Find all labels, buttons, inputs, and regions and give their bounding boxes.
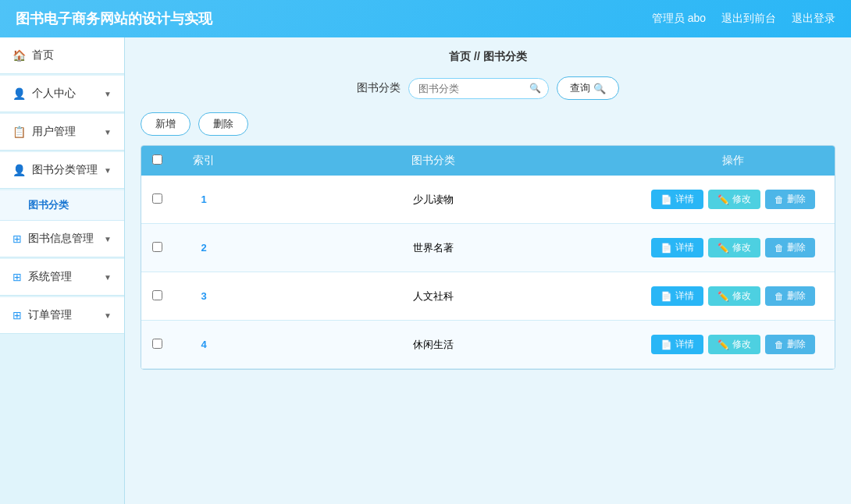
edit-icon: ✏️ <box>717 339 729 350</box>
modify-button[interactable]: ✏️ 修改 <box>708 190 760 209</box>
book-category-table: 索引 图书分类 操作 1 少儿读物 📄 详情 <box>141 145 835 370</box>
chevron-down-icon: ▼ <box>104 311 112 320</box>
delete-icon: 🗑 <box>774 291 784 302</box>
delete-button[interactable]: 🗑 删除 <box>765 335 815 354</box>
sidebar-item-home[interactable]: 🏠 首页 <box>0 37 124 74</box>
detail-button[interactable]: 📄 详情 <box>651 335 703 354</box>
td-actions: 📄 详情 ✏️ 修改 🗑 删除 <box>632 321 835 369</box>
table-row: 2 世界名著 📄 详情 ✏️ 修改 🗑 删除 <box>141 224 835 272</box>
user-mgmt-icon: 📋 <box>12 126 26 138</box>
search-icon: 🔍 <box>529 83 541 94</box>
table-row: 1 少儿读物 📄 详情 ✏️ 修改 🗑 删除 <box>141 176 835 224</box>
edit-icon: ✏️ <box>717 194 729 205</box>
td-checkbox <box>141 321 173 369</box>
sidebar: 🏠 首页 👤 个人中心 ▼ 📋 用户管理 ▼ 👤 图书分类管理 ▼ <box>0 37 125 504</box>
td-index: 1 <box>173 176 235 224</box>
delete-button[interactable]: 🗑 删除 <box>765 238 815 257</box>
header: 图书电子商务网站的设计与实现 管理员 abo 退出到前台 退出登录 <box>0 0 851 37</box>
search-input[interactable] <box>408 78 549 99</box>
detail-icon: 📄 <box>661 291 672 302</box>
td-index: 2 <box>173 224 235 272</box>
modify-button[interactable]: ✏️ 修改 <box>708 286 760 306</box>
td-category: 少儿读物 <box>235 176 632 224</box>
td-category: 人文社科 <box>235 272 632 321</box>
td-category: 休闲生活 <box>235 321 632 369</box>
th-index: 索引 <box>173 146 235 176</box>
detail-button[interactable]: 📄 详情 <box>651 286 703 306</box>
book-category-icon: 👤 <box>12 164 26 176</box>
query-icon: 🔍 <box>593 83 606 94</box>
row-checkbox[interactable] <box>152 339 162 349</box>
sidebar-item-label: 个人中心 <box>32 87 76 101</box>
chevron-down-icon: ▼ <box>104 166 112 175</box>
modify-button[interactable]: ✏️ 修改 <box>708 238 760 257</box>
sidebar-item-book-category-mgmt[interactable]: 👤 图书分类管理 ▼ <box>0 152 124 189</box>
sidebar-item-profile[interactable]: 👤 个人中心 ▼ <box>0 76 124 112</box>
sidebar-item-user-mgmt[interactable]: 📋 用户管理 ▼ <box>0 114 124 151</box>
sidebar-item-book-info-mgmt[interactable]: ⊞ 图书信息管理 ▼ <box>0 221 124 257</box>
chevron-down-icon: ▼ <box>104 90 112 98</box>
sidebar-item-label: 系统管理 <box>28 270 72 284</box>
td-index: 4 <box>173 321 235 369</box>
edit-icon: ✏️ <box>717 243 729 254</box>
delete-icon: 🗑 <box>774 243 784 254</box>
td-actions: 📄 详情 ✏️ 修改 🗑 删除 <box>632 272 835 321</box>
chevron-down-icon: ▼ <box>104 235 112 243</box>
delete-button[interactable]: 🗑 删除 <box>765 286 815 306</box>
home-icon: 🏠 <box>12 49 26 62</box>
sidebar-item-label: 订单管理 <box>28 308 72 322</box>
th-category: 图书分类 <box>235 146 632 176</box>
sidebar-item-label: 图书信息管理 <box>28 232 94 246</box>
action-bar: 新增 删除 <box>141 112 835 136</box>
sidebar-item-label: 图书分类管理 <box>32 163 98 177</box>
td-category: 世界名著 <box>235 224 632 272</box>
td-actions: 📄 详情 ✏️ 修改 🗑 删除 <box>632 224 835 272</box>
header-nav: 管理员 abo 退出到前台 退出登录 <box>652 12 835 26</box>
search-label: 图书分类 <box>357 81 401 95</box>
detail-icon: 📄 <box>661 339 672 350</box>
detail-icon: 📄 <box>661 194 672 205</box>
detail-icon: 📄 <box>661 243 672 254</box>
detail-button[interactable]: 📄 详情 <box>651 238 703 257</box>
row-checkbox[interactable] <box>152 193 162 204</box>
row-checkbox[interactable] <box>152 242 162 252</box>
search-bar: 图书分类 🔍 查询 🔍 <box>141 76 835 100</box>
td-checkbox <box>141 176 173 224</box>
modify-button[interactable]: ✏️ 修改 <box>708 335 760 354</box>
sidebar-item-book-category[interactable]: 图书分类 <box>0 190 124 221</box>
th-actions: 操作 <box>632 146 835 176</box>
chevron-down-icon: ▼ <box>104 273 112 282</box>
td-checkbox <box>141 272 173 321</box>
table-row: 4 休闲生活 📄 详情 ✏️ 修改 🗑 删除 <box>141 321 835 369</box>
add-button[interactable]: 新增 <box>141 112 190 136</box>
search-input-wrap: 🔍 <box>408 78 549 99</box>
row-checkbox[interactable] <box>152 290 162 300</box>
breadcrumb: 首页 // 图书分类 <box>141 50 835 64</box>
sidebar-item-label: 首页 <box>32 48 54 62</box>
td-index: 3 <box>173 272 235 321</box>
th-checkbox <box>141 146 173 176</box>
select-all-checkbox[interactable] <box>152 154 162 165</box>
sidebar-item-order-mgmt[interactable]: ⊞ 订单管理 ▼ <box>0 297 124 334</box>
chevron-down-icon: ▼ <box>104 128 112 137</box>
admin-label: 管理员 abo <box>652 12 706 26</box>
delete-icon: 🗑 <box>774 339 784 350</box>
delete-button[interactable]: 🗑 删除 <box>765 190 815 209</box>
search-button[interactable]: 查询 🔍 <box>557 76 619 100</box>
order-mgmt-icon: ⊞ <box>12 309 22 321</box>
td-actions: 📄 详情 ✏️ 修改 🗑 删除 <box>632 176 835 224</box>
back-to-front-link[interactable]: 退出到前台 <box>721 12 776 26</box>
batch-delete-button[interactable]: 删除 <box>198 112 248 136</box>
main-content: 首页 // 图书分类 图书分类 🔍 查询 🔍 新增 删除 <box>125 37 851 504</box>
sidebar-item-label: 用户管理 <box>32 125 76 139</box>
delete-icon: 🗑 <box>774 194 784 205</box>
book-info-icon: ⊞ <box>12 232 22 245</box>
td-checkbox <box>141 224 173 272</box>
site-title: 图书电子商务网站的设计与实现 <box>16 9 212 28</box>
logout-link[interactable]: 退出登录 <box>792 12 835 26</box>
detail-button[interactable]: 📄 详情 <box>651 190 703 209</box>
edit-icon: ✏️ <box>717 291 729 302</box>
sidebar-item-system-mgmt[interactable]: ⊞ 系统管理 ▼ <box>0 259 124 296</box>
system-mgmt-icon: ⊞ <box>12 271 22 283</box>
sidebar-subitem-label: 图书分类 <box>28 199 69 211</box>
